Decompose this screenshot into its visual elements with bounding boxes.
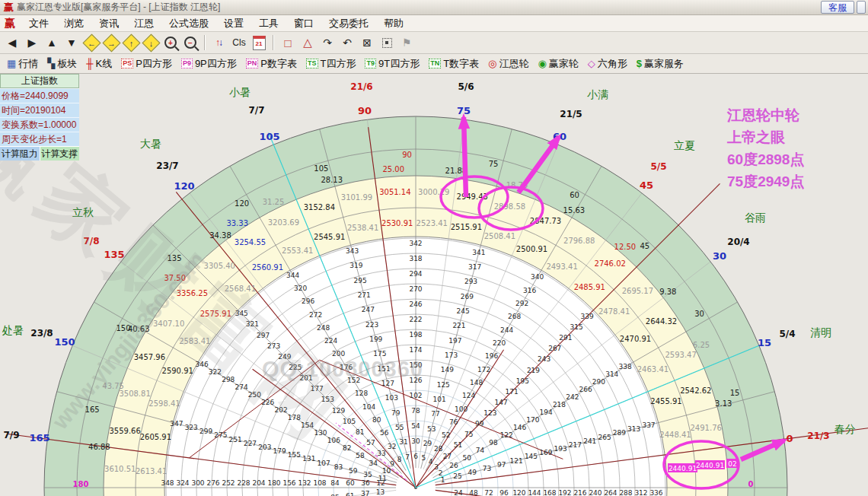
updown-arrows-icon[interactable]: ↑↓ bbox=[210, 34, 228, 51]
partial-titlebar-button[interactable] bbox=[857, 1, 866, 14]
menu-item[interactable]: 浏览 bbox=[56, 17, 91, 29]
svg-text:13: 13 bbox=[376, 488, 385, 496]
svg-text:126: 126 bbox=[409, 377, 422, 384]
menu-item[interactable]: 窗口 bbox=[286, 17, 321, 29]
menu-item[interactable]: 资讯 bbox=[91, 17, 126, 29]
tool-9p-square[interactable]: P99P四方形 bbox=[177, 56, 241, 72]
sectors-label: 板块 bbox=[57, 57, 77, 71]
svg-text:175: 175 bbox=[373, 350, 386, 358]
svg-text:2440.91: 2440.91 bbox=[696, 462, 724, 469]
svg-text:81: 81 bbox=[356, 428, 364, 436]
board-icon[interactable]: ⚑ bbox=[397, 34, 416, 51]
svg-text:2593.47: 2593.47 bbox=[665, 351, 696, 359]
parameter-row: 价格=2440.9099 bbox=[0, 88, 79, 103]
diamond-down-icon[interactable]: ↓ bbox=[142, 34, 160, 51]
zoom-in-icon[interactable]: + bbox=[161, 34, 180, 51]
diamond-right-icon[interactable]: → bbox=[102, 34, 120, 51]
svg-text:154: 154 bbox=[301, 421, 314, 429]
svg-text:147: 147 bbox=[494, 399, 507, 406]
menu-item[interactable]: 文件 bbox=[21, 17, 56, 29]
svg-text:294: 294 bbox=[409, 270, 422, 278]
tool-kline[interactable]: ╫K线 bbox=[82, 56, 116, 72]
svg-text:195: 195 bbox=[516, 377, 529, 385]
tool-t-square[interactable]: TST四方形 bbox=[302, 56, 359, 72]
tool-quotes[interactable]: ▦行情 bbox=[3, 56, 42, 72]
tool-p-square[interactable]: PSP四方形 bbox=[117, 56, 176, 72]
svg-text:12: 12 bbox=[376, 479, 385, 487]
note-line: 60度2898点 bbox=[727, 148, 804, 170]
tool-9t-square[interactable]: T99T四方形 bbox=[361, 56, 423, 72]
menu-item[interactable]: 公式选股 bbox=[161, 17, 216, 29]
svg-text:3610.51: 3610.51 bbox=[104, 465, 136, 473]
svg-text:248: 248 bbox=[317, 324, 330, 332]
svg-text:194: 194 bbox=[540, 409, 553, 416]
svg-text:251: 251 bbox=[229, 436, 242, 444]
svg-text:28.13: 28.13 bbox=[321, 176, 343, 184]
svg-text:204: 204 bbox=[252, 479, 265, 487]
svg-text:130: 130 bbox=[314, 429, 327, 437]
p-square-icon: PS bbox=[121, 59, 133, 68]
menu-item[interactable]: 帮助 bbox=[376, 17, 411, 29]
calc-support-button[interactable]: 计算支撑 bbox=[40, 147, 80, 161]
calc-resistance-button[interactable]: 计算阻力 bbox=[0, 147, 40, 161]
rotate-ccw-icon[interactable]: ↶ bbox=[338, 34, 356, 51]
svg-text:7/8: 7/8 bbox=[83, 236, 99, 246]
svg-text:222: 222 bbox=[409, 316, 422, 323]
menu-item[interactable]: 设置 bbox=[216, 17, 251, 29]
svg-text:3559.66: 3559.66 bbox=[109, 427, 140, 435]
nav-toolbar: ▦行情▚板块╫K线PSP四方形P99P四方形PNP数字表TST四方形T99T四方… bbox=[0, 54, 868, 74]
svg-text:216: 216 bbox=[573, 489, 586, 496]
nav-forward-icon[interactable]: ▶ bbox=[23, 34, 41, 51]
nav-back-icon[interactable]: ◀ bbox=[3, 34, 21, 51]
tool-t-number-table[interactable]: TNT数字表 bbox=[425, 56, 483, 72]
tool-winner-wheel[interactable]: ◉赢家轮 bbox=[534, 56, 582, 72]
rect-shape-icon[interactable]: □ bbox=[279, 34, 297, 51]
toolbar-separator bbox=[204, 35, 206, 50]
svg-text:317: 317 bbox=[468, 263, 481, 271]
svg-text:43.75: 43.75 bbox=[102, 382, 124, 390]
tool-hexagon[interactable]: ◇六角形 bbox=[584, 56, 631, 72]
hexagon-icon: ◇ bbox=[588, 58, 595, 69]
nav-down-icon[interactable]: ▼ bbox=[62, 34, 81, 51]
diamond-left-icon[interactable]: ← bbox=[82, 34, 101, 51]
svg-text:219: 219 bbox=[527, 367, 540, 374]
svg-text:2455.91: 2455.91 bbox=[650, 397, 681, 405]
svg-text:319: 319 bbox=[349, 262, 362, 269]
nav-up-icon[interactable]: ▲ bbox=[43, 34, 61, 51]
svg-text:320: 320 bbox=[294, 285, 307, 292]
svg-text:127: 127 bbox=[381, 380, 394, 387]
fit-icon[interactable] bbox=[378, 34, 396, 51]
svg-text:谷雨: 谷雨 bbox=[745, 211, 766, 224]
svg-text:2463.41: 2463.41 bbox=[637, 365, 669, 374]
customer-service-button[interactable]: 客服 bbox=[821, 1, 854, 14]
svg-text:7: 7 bbox=[405, 453, 410, 461]
svg-text:20/4: 20/4 bbox=[727, 237, 749, 247]
triangle-shape-icon[interactable]: △ bbox=[298, 34, 317, 51]
svg-text:21/5: 21/5 bbox=[560, 109, 582, 119]
svg-text:288: 288 bbox=[619, 489, 632, 496]
tool-p-number-table[interactable]: PNP数字表 bbox=[242, 56, 301, 72]
tool-gann-wheel[interactable]: ◎江恩轮 bbox=[484, 56, 532, 72]
svg-text:323: 323 bbox=[185, 424, 198, 431]
menu-item[interactable]: 工具 bbox=[251, 17, 286, 29]
rotate-cw-icon[interactable]: ↷ bbox=[318, 34, 337, 51]
menu-item[interactable]: 江恩 bbox=[126, 17, 161, 29]
svg-text:171: 171 bbox=[506, 388, 519, 396]
xbox-icon[interactable]: ⊠ bbox=[358, 34, 376, 51]
svg-text:132: 132 bbox=[298, 479, 311, 487]
parameter-row: 周天变化步长=1 bbox=[0, 132, 79, 146]
gann-wheel-icon: ◎ bbox=[488, 58, 496, 69]
tool-sectors[interactable]: ▚板块 bbox=[43, 56, 81, 72]
diamond-up-icon[interactable]: ↑ bbox=[122, 34, 140, 51]
calendar-icon[interactable]: 21 bbox=[250, 34, 268, 51]
zoom-out-icon[interactable]: − bbox=[181, 34, 199, 51]
svg-text:2515.91: 2515.91 bbox=[451, 223, 482, 231]
svg-text:298: 298 bbox=[222, 376, 235, 383]
svg-text:60: 60 bbox=[570, 191, 579, 199]
tool-winner-service[interactable]: $赢家服务 bbox=[633, 56, 688, 72]
cls-button[interactable]: Cls bbox=[230, 34, 248, 51]
main-toolbar: ◀▶▲▼←→↑↓+−↑↓Cls21□△↷↶⊠⚑ bbox=[0, 32, 868, 54]
svg-text:168: 168 bbox=[543, 489, 556, 496]
menu-item[interactable]: 交易委托 bbox=[321, 17, 376, 29]
svg-text:240: 240 bbox=[589, 489, 602, 496]
